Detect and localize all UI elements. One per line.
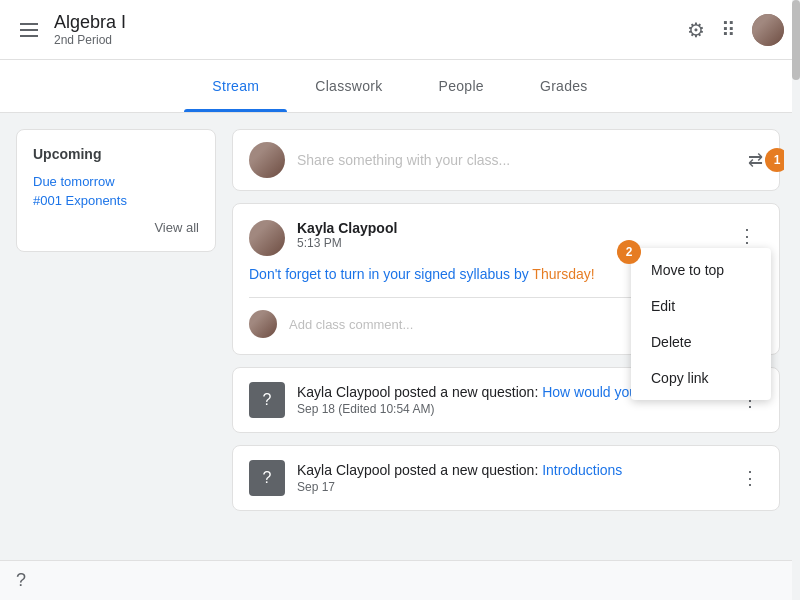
step-2-badge: 2 <box>617 240 641 264</box>
class-info: Algebra I 2nd Period <box>54 12 126 47</box>
avatar[interactable] <box>752 14 784 46</box>
upcoming-title: Upcoming <box>33 146 199 162</box>
header: Algebra I 2nd Period ⚙ ⠿ <box>0 0 800 60</box>
post-author: Kayla Claypool <box>297 220 719 236</box>
activity-title-link-2[interactable]: Introductions <box>542 462 622 478</box>
help-icon[interactable]: ? <box>16 570 26 591</box>
post-meta: Kayla Claypool 5:13 PM <box>297 220 719 250</box>
main-content: Upcoming Due tomorrow #001 Exponents Vie… <box>0 113 800 593</box>
class-title: Algebra I <box>54 12 126 33</box>
post-dropdown-menu: 2 Move to top Edit Delete Copy link <box>631 248 771 400</box>
gear-icon[interactable]: ⚙ <box>687 18 705 42</box>
view-all-button[interactable]: View all <box>33 220 199 235</box>
due-label[interactable]: Due tomorrow <box>33 174 199 189</box>
activity-menu-button-2[interactable]: ⋮ <box>737 463 763 493</box>
assignment-link[interactable]: #001 Exponents <box>33 193 199 208</box>
activity-title-before-1: Kayla Claypool posted a new question: <box>297 384 542 400</box>
question-icon-1: ? <box>249 382 285 418</box>
post-avatar <box>249 220 285 256</box>
header-left: Algebra I 2nd Period <box>16 12 687 47</box>
menu-button[interactable] <box>16 19 42 41</box>
activity-title-2: Kayla Claypool posted a new question: In… <box>297 462 725 478</box>
comment-avatar <box>249 310 277 338</box>
step-1-badge: 1 <box>765 148 784 172</box>
scrollbar-track <box>792 0 800 600</box>
share-card: Share something with your class... ⇄ 1 <box>232 129 780 191</box>
class-subtitle: 2nd Period <box>54 33 126 47</box>
menu-item-copy-link[interactable]: Copy link <box>631 360 771 396</box>
feed: Share something with your class... ⇄ 1 K… <box>232 129 784 577</box>
tab-classwork[interactable]: Classwork <box>287 60 410 112</box>
share-avatar <box>249 142 285 178</box>
activity-date-2: Sep 17 <box>297 480 725 494</box>
nav-tabs: Stream Classwork People Grades <box>0 60 800 113</box>
header-right: ⚙ ⠿ <box>687 14 784 46</box>
menu-item-edit[interactable]: Edit <box>631 288 771 324</box>
menu-item-move-to-top[interactable]: Move to top <box>631 252 771 288</box>
activity-meta-2: Kayla Claypool posted a new question: In… <box>297 462 725 494</box>
grid-icon[interactable]: ⠿ <box>721 18 736 42</box>
tab-grades[interactable]: Grades <box>512 60 616 112</box>
activity-title-before-2: Kayla Claypool posted a new question: <box>297 462 542 478</box>
activity-card-2: ? Kayla Claypool posted a new question: … <box>232 445 780 511</box>
question-icon-2: ? <box>249 460 285 496</box>
tab-stream[interactable]: Stream <box>184 60 287 112</box>
post-body-highlight: Thursday! <box>532 266 594 282</box>
share-input[interactable]: Share something with your class... <box>297 152 736 168</box>
sidebar: Upcoming Due tomorrow #001 Exponents Vie… <box>16 129 216 252</box>
bottom-bar: ? <box>0 560 800 600</box>
tab-people[interactable]: People <box>411 60 512 112</box>
repost-icon[interactable]: ⇄ <box>748 149 763 171</box>
scrollbar-thumb[interactable] <box>792 0 800 80</box>
menu-item-delete[interactable]: Delete <box>631 324 771 360</box>
activity-date-1: Sep 18 (Edited 10:54 AM) <box>297 402 725 416</box>
post-body-text: Don't forget to turn in your signed syll… <box>249 266 532 282</box>
avatar-image <box>752 14 784 46</box>
post-card: Kayla Claypool 5:13 PM ⋮ Don't forget to… <box>232 203 780 355</box>
